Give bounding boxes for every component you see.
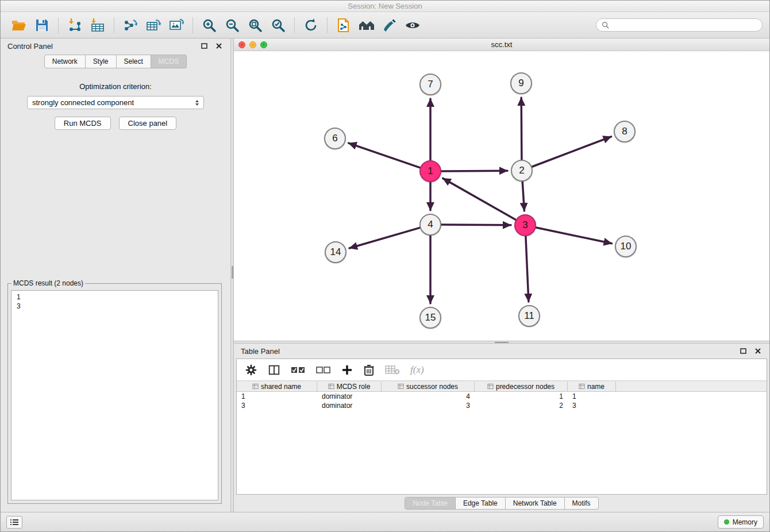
delete-column-button[interactable]	[363, 364, 375, 376]
column-header-predecessor-nodes[interactable]: predecessor nodes	[475, 381, 568, 391]
mcds-result-list[interactable]: 13	[11, 290, 218, 500]
graph-node-7[interactable]: 7	[419, 74, 441, 95]
graph-node-14[interactable]: 14	[325, 241, 346, 263]
graph-node-15[interactable]: 15	[419, 307, 441, 329]
status-bar: Memory	[1, 512, 769, 531]
graph-edge-2-9[interactable]	[521, 98, 522, 160]
import-table-icon	[90, 18, 106, 33]
criterion-select[interactable]: strongly connected component	[27, 96, 204, 109]
zoom-fit-button[interactable]	[244, 14, 267, 37]
task-list-icon	[10, 519, 18, 526]
column-edit-icon	[328, 383, 334, 390]
columns-icon	[268, 364, 280, 376]
graph-node-10[interactable]: 10	[615, 236, 637, 257]
column-edit-icon	[487, 383, 494, 390]
tab-mcds[interactable]: MCDS	[151, 55, 187, 68]
tab-style[interactable]: Style	[86, 55, 117, 68]
close-panel-icon[interactable]	[214, 42, 224, 50]
function-builder-button[interactable]: f(x)	[410, 364, 424, 376]
zoom-selected-button[interactable]	[267, 14, 290, 37]
network-canvas[interactable]: 7968124314101511	[234, 51, 769, 341]
tab-network-table[interactable]: Network Table	[506, 497, 565, 510]
open-report-button[interactable]	[332, 14, 355, 37]
import-table-button[interactable]	[86, 14, 109, 37]
graph-node-4[interactable]: 4	[419, 214, 441, 236]
style-brush-button[interactable]	[378, 14, 401, 37]
horizontal-splitter[interactable]	[234, 341, 769, 344]
table-row[interactable]: 1dominator411	[237, 392, 767, 401]
save-session-icon	[34, 18, 49, 33]
control-panel-title: Control Panel	[7, 42, 53, 51]
graph-node-11[interactable]: 11	[518, 305, 540, 327]
search-input[interactable]	[613, 21, 757, 29]
tab-motifs[interactable]: Motifs	[565, 497, 599, 510]
zoom-out-icon	[225, 18, 240, 33]
run-mcds-button[interactable]: Run MCDS	[55, 117, 111, 130]
graph-node-9[interactable]: 9	[510, 72, 532, 94]
tab-network[interactable]: Network	[44, 55, 86, 68]
fx-icon: f(x)	[410, 364, 424, 376]
column-header-mcds-role[interactable]: MCDS role	[317, 381, 382, 391]
float-panel-icon[interactable]	[738, 347, 748, 355]
graph-edge-1-2[interactable]	[441, 171, 507, 171]
column-header-shared-name[interactable]: shared name	[237, 381, 317, 391]
tab-edge-table[interactable]: Edge Table	[456, 497, 506, 510]
table-cell: 3	[568, 402, 616, 410]
close-panel-button[interactable]: Close panel	[119, 117, 177, 130]
table-panel-inner: f(x) shared nameMCDS rolesuccessor nodes…	[236, 358, 767, 495]
graph-edge-3-1[interactable]	[443, 178, 516, 219]
table-cell: 1	[568, 392, 616, 400]
column-header-successor-nodes[interactable]: successor nodes	[382, 381, 475, 391]
select-all-button[interactable]	[291, 364, 306, 376]
graph-edge-4-3[interactable]	[441, 225, 511, 225]
graph-edge-4-14[interactable]	[349, 228, 420, 248]
deselect-all-icon	[316, 364, 331, 376]
minimize-window-icon[interactable]	[249, 41, 256, 48]
column-header-label: name	[587, 383, 605, 391]
zoom-in-button[interactable]	[198, 14, 221, 37]
add-column-button[interactable]	[341, 364, 353, 376]
graph-edge-3-11[interactable]	[526, 236, 529, 302]
graph-node-3[interactable]: 3	[514, 214, 536, 236]
network-overview-button[interactable]	[355, 14, 378, 37]
import-network-button[interactable]	[63, 14, 86, 37]
column-header-label: successor nodes	[406, 383, 458, 391]
table-body: 1dominator4113dominator323	[237, 392, 767, 494]
tab-node-table[interactable]: Node Table	[405, 497, 456, 510]
show-columns-button[interactable]	[268, 364, 280, 376]
table-cell: 1	[237, 392, 317, 400]
maximize-window-icon[interactable]	[260, 41, 267, 48]
show-hide-button[interactable]	[401, 14, 424, 37]
column-edit-icon	[252, 383, 259, 390]
refresh-button[interactable]	[299, 14, 322, 37]
graph-edge-2-3[interactable]	[522, 182, 524, 211]
table-row[interactable]: 3dominator323	[237, 401, 767, 410]
share-network-button[interactable]	[119, 14, 142, 37]
main-area: Control Panel NetworkStyleSelectMCDS Opt…	[1, 38, 769, 512]
float-panel-icon[interactable]	[199, 42, 209, 50]
graph-node-6[interactable]: 6	[324, 128, 346, 149]
open-file-button[interactable]	[7, 14, 30, 37]
table-settings-button[interactable]	[245, 364, 257, 376]
graph-node-8[interactable]: 8	[614, 121, 636, 142]
window-title: Session: New Session	[348, 2, 422, 10]
graph-edge-3-10[interactable]	[536, 228, 612, 244]
export-image-button[interactable]	[165, 14, 188, 37]
save-session-button[interactable]	[30, 14, 53, 37]
close-panel-icon[interactable]	[753, 347, 763, 355]
column-header-name[interactable]: name	[568, 381, 616, 391]
close-window-icon[interactable]	[238, 41, 245, 48]
zoom-out-button[interactable]	[221, 14, 244, 37]
deselect-all-button[interactable]	[316, 364, 331, 376]
main-toolbar	[1, 12, 769, 38]
graph-node-2[interactable]: 2	[511, 160, 533, 182]
graph-edge-2-8[interactable]	[532, 137, 611, 167]
task-history-button[interactable]	[6, 516, 22, 529]
export-table-button[interactable]	[142, 14, 165, 37]
column-header-label: predecessor nodes	[496, 383, 555, 391]
delete-table-button[interactable]	[385, 364, 400, 376]
graph-node-1[interactable]: 1	[419, 160, 441, 182]
tab-select[interactable]: Select	[117, 55, 151, 68]
memory-button[interactable]: Memory	[718, 515, 764, 529]
graph-edge-1-6[interactable]	[349, 143, 420, 168]
